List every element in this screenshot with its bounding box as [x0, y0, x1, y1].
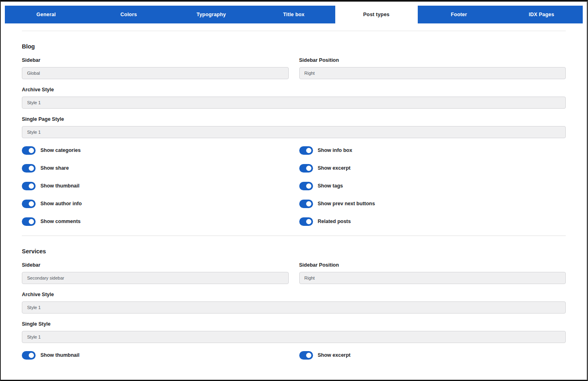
- services-toggles-left: Show thumbnail: [22, 351, 289, 368]
- services-toggles-right: Show excerpt: [299, 351, 566, 368]
- services-show-thumbnail-toggle[interactable]: [22, 351, 36, 360]
- toggle-row-services-show-excerpt: Show excerpt: [299, 351, 566, 360]
- toggle-label: Show excerpt: [318, 352, 351, 358]
- toggle-label: Show info box: [318, 147, 352, 153]
- toggle-knob: [306, 201, 311, 206]
- show-thumbnail-toggle[interactable]: [22, 182, 36, 190]
- toggle-row-show-info-box: Show info box: [299, 146, 566, 155]
- toggle-row-show-tags: Show tags: [299, 181, 566, 190]
- toggle-label: Related posts: [318, 219, 351, 224]
- toggle-knob: [29, 166, 34, 171]
- toggle-row-related-posts: Related posts: [299, 217, 566, 226]
- blog-sidebar-position-select[interactable]: Right: [299, 67, 566, 79]
- toggle-row-show-author-info: Show author info: [22, 199, 289, 208]
- toggle-label: Show comments: [40, 219, 80, 224]
- blog-toggles-left: Show categories Show share Show thumbnai…: [22, 146, 289, 235]
- toggle-knob: [29, 353, 34, 358]
- blog-single-page-style-select[interactable]: Style 1: [22, 126, 566, 138]
- show-author-info-toggle[interactable]: [22, 200, 36, 208]
- blog-sidebar-field: Sidebar Global: [22, 50, 289, 79]
- tab-content: Blog Sidebar Global Sidebar Position Rig…: [5, 31, 583, 368]
- toggle-row-show-excerpt: Show excerpt: [299, 164, 566, 173]
- toggle-knob: [306, 148, 311, 153]
- services-sidebar-field: Sidebar Secondary sidebar: [22, 255, 289, 284]
- services-sidebar-position-select[interactable]: Right: [299, 272, 566, 284]
- toggle-label: Show prev next buttons: [318, 201, 375, 206]
- toggle-knob: [306, 183, 311, 189]
- toggle-label: Show categories: [40, 147, 80, 153]
- tab-footer[interactable]: Footer: [418, 6, 500, 23]
- blog-archive-style-select[interactable]: Style 1: [22, 97, 566, 109]
- show-comments-toggle[interactable]: [22, 217, 36, 226]
- toggle-row-show-thumbnail: Show thumbnail: [22, 181, 289, 190]
- toggle-label: Show excerpt: [318, 165, 351, 171]
- tab-title-box[interactable]: Title box: [252, 6, 335, 23]
- related-posts-toggle[interactable]: [299, 217, 313, 226]
- services-sidebar-position-field: Sidebar Position Right: [299, 255, 566, 284]
- toggle-knob: [29, 219, 34, 224]
- toggle-row-services-show-thumbnail: Show thumbnail: [22, 351, 289, 360]
- section-title: Blog: [22, 43, 566, 50]
- field-label: Sidebar: [22, 262, 289, 268]
- tab-post-types[interactable]: Post types: [335, 6, 418, 23]
- blog-sidebar-position-field: Sidebar Position Right: [299, 50, 566, 79]
- toggle-knob: [306, 219, 311, 224]
- tab-colors[interactable]: Colors: [87, 6, 170, 23]
- toggle-knob: [306, 353, 311, 358]
- field-label: Single Page Style: [22, 116, 566, 122]
- toggle-label: Show author info: [40, 201, 82, 206]
- services-sidebar-select[interactable]: Secondary sidebar: [22, 272, 289, 284]
- blog-archive-style-field: Archive Style Style 1: [22, 87, 566, 109]
- toggle-label: Show thumbnail: [40, 183, 80, 189]
- services-archive-style-select[interactable]: Style 1: [22, 301, 566, 314]
- show-share-toggle[interactable]: [22, 164, 36, 173]
- blog-single-page-style-field: Single Page Style Style 1: [22, 116, 566, 138]
- field-label: Sidebar: [22, 57, 289, 63]
- show-prev-next-buttons-toggle[interactable]: [299, 200, 313, 208]
- show-info-box-toggle[interactable]: [299, 146, 313, 155]
- services-single-style-select[interactable]: Style 1: [22, 331, 566, 343]
- toggle-label: Show share: [40, 165, 69, 171]
- toggle-knob: [29, 183, 34, 189]
- settings-page: General Colors Typography Title box Post…: [1, 2, 587, 368]
- toggle-label: Show thumbnail: [40, 352, 80, 358]
- field-label: Single Style: [22, 321, 566, 327]
- toggle-row-show-comments: Show comments: [22, 217, 289, 226]
- tab-typography[interactable]: Typography: [170, 6, 252, 23]
- toggle-knob: [306, 166, 311, 171]
- tab-general[interactable]: General: [5, 6, 87, 23]
- tab-bar: General Colors Typography Title box Post…: [5, 6, 583, 23]
- section-blog: Blog Sidebar Global Sidebar Position Rig…: [22, 43, 566, 236]
- toggle-knob: [29, 201, 34, 206]
- toggle-knob: [29, 148, 34, 153]
- tab-idx-pages[interactable]: IDX Pages: [500, 6, 583, 23]
- section-services: Services Sidebar Secondary sidebar Sideb…: [22, 248, 566, 368]
- blog-sidebar-select[interactable]: Global: [22, 67, 289, 79]
- show-excerpt-toggle[interactable]: [299, 164, 313, 173]
- section-divider: [22, 236, 566, 236]
- field-label: Sidebar Position: [299, 262, 566, 268]
- services-single-style-field: Single Style Style 1: [22, 321, 566, 343]
- show-categories-toggle[interactable]: [22, 146, 36, 155]
- field-label: Sidebar Position: [299, 57, 566, 63]
- section-title: Services: [22, 248, 566, 255]
- services-archive-style-field: Archive Style Style 1: [22, 292, 566, 314]
- toggle-row-show-categories: Show categories: [22, 146, 289, 155]
- toggle-label: Show tags: [318, 183, 343, 189]
- top-divider: [22, 31, 566, 31]
- field-label: Archive Style: [22, 87, 566, 93]
- services-show-excerpt-toggle[interactable]: [299, 351, 313, 360]
- show-tags-toggle[interactable]: [299, 182, 313, 190]
- field-label: Archive Style: [22, 292, 566, 297]
- toggle-row-show-prev-next-buttons: Show prev next buttons: [299, 199, 566, 208]
- toggle-row-show-share: Show share: [22, 164, 289, 173]
- blog-toggles-right: Show info box Show excerpt Show tags Sho…: [299, 146, 566, 235]
